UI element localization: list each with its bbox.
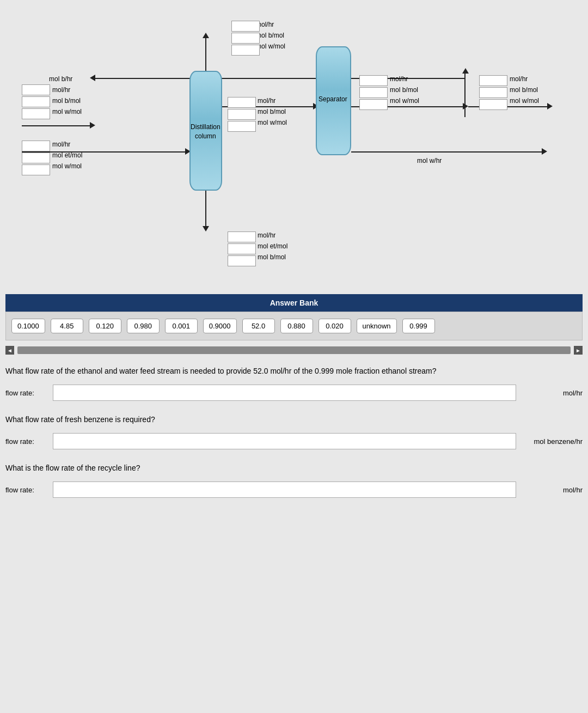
answer-bank-items: 0.10004.850.1200.9800.0010.900052.00.880… — [5, 312, 583, 340]
label-sep-right-mol-wmol: mol w/mol — [390, 97, 419, 105]
answer-bank-title: Answer Bank — [270, 298, 318, 307]
label-bot-mol-etmol: mol et/mol — [258, 242, 287, 250]
answer-chip-item-9[interactable]: unknown — [357, 319, 397, 333]
v-line-right-up — [464, 74, 465, 117]
question-text-q3: What is the flow rate of the recycle lin… — [5, 462, 583, 474]
label-mid-mol-wmol: mol w/mol — [258, 119, 287, 126]
answer-chip-item-2[interactable]: 0.120 — [89, 319, 121, 333]
label-bot-mol-bmol: mol b/mol — [258, 253, 286, 261]
box-mid-3[interactable] — [228, 121, 256, 132]
label-feed-mol-bhr: mol b/hr — [49, 75, 72, 83]
v-line-distill-top — [205, 38, 206, 71]
separator-label: Separator — [318, 95, 347, 103]
answer-label-q2: flow rate: — [5, 437, 46, 446]
arrow-right-far — [547, 103, 553, 109]
scroll-left-arrow[interactable]: ◄ — [5, 346, 14, 355]
answer-input-q1[interactable] — [53, 385, 516, 401]
label-sep-right-mol-hr: mol/hr — [390, 75, 408, 83]
answer-row-q2: flow rate:mol benzene/hr — [5, 433, 583, 449]
box-bot-3[interactable] — [228, 255, 256, 266]
scrollbar-section: ◄ ► — [5, 346, 583, 355]
arrow-left-feed — [90, 75, 95, 81]
label-feed-mol-wmol: mol w/mol — [52, 108, 82, 115]
recycle-line-top — [95, 78, 465, 79]
answer-bank-section: Answer Bank 0.10004.850.1200.9800.0010.9… — [5, 294, 583, 340]
arrow-right-bottom — [542, 148, 547, 155]
label-lower-mol-wmol: mol w/mol — [52, 162, 82, 170]
box-lower-feed-3[interactable] — [22, 164, 50, 175]
scrollbar-track[interactable] — [17, 346, 571, 354]
question-text-q1: What flow rate of the ethanol and water … — [5, 365, 583, 377]
diagram-area: Distillationcolumn Separator — [5, 5, 583, 289]
label-mol-whr: mol w/hr — [417, 157, 442, 164]
questions-section: What flow rate of the ethanol and water … — [5, 360, 583, 516]
h-line-left-feed — [22, 125, 93, 126]
answer-chip-item-4[interactable]: 0.001 — [165, 319, 198, 333]
label-sep-right-mol-bmol: mol b/mol — [390, 86, 418, 94]
box-far-right-3[interactable] — [479, 99, 507, 110]
page-wrapper: Distillationcolumn Separator — [0, 0, 588, 713]
arrow-right-output — [463, 103, 468, 109]
question-block-q3: What is the flow rate of the recycle lin… — [5, 462, 583, 498]
question-block-q2: What flow rate of fresh benzene is requi… — [5, 414, 583, 449]
label-feed-mol-hr: mol/hr — [52, 86, 70, 94]
label-mid-mol-bmol: mol b/mol — [258, 108, 286, 115]
question-block-q1: What flow rate of the ethanol and water … — [5, 365, 583, 401]
box-top-1[interactable] — [231, 21, 260, 32]
box-sep-right-1[interactable] — [359, 75, 388, 86]
label-far-right-mol-bmol: mol b/mol — [510, 86, 538, 94]
diagram-inner: Distillationcolumn Separator — [5, 5, 583, 283]
box-feed-1[interactable] — [22, 84, 50, 95]
answer-row-q1: flow rate:mol/hr — [5, 385, 583, 401]
box-lower-feed-1[interactable] — [22, 141, 50, 151]
question-text-q2: What flow rate of fresh benzene is requi… — [5, 414, 583, 425]
answer-unit-q3: mol/hr — [523, 486, 583, 494]
arrow-down-distill — [203, 226, 209, 231]
box-lower-feed-2[interactable] — [22, 153, 50, 163]
answer-label-q1: flow rate: — [5, 389, 46, 397]
label-lower-mol-hr: mol/hr — [52, 141, 70, 148]
label-far-right-mol-wmol: mol w/mol — [510, 97, 539, 105]
box-bot-2[interactable] — [228, 243, 256, 254]
arrow-up-recycle — [462, 68, 469, 74]
box-sep-right-3[interactable] — [359, 99, 388, 110]
answer-bank-header: Answer Bank — [5, 294, 583, 312]
answer-chip-item-8[interactable]: 0.020 — [318, 319, 351, 333]
answer-chip-item-0[interactable]: 0.1000 — [11, 319, 45, 333]
box-far-right-2[interactable] — [479, 87, 507, 98]
v-line-distill-bottom — [205, 191, 206, 229]
label-feed-mol-bmol: mol b/mol — [52, 97, 81, 105]
h-line-sep-bottom-right — [351, 151, 544, 153]
label-far-right-mol-hr: mol/hr — [510, 75, 528, 83]
box-feed-2[interactable] — [22, 96, 50, 107]
box-bot-1[interactable] — [228, 231, 256, 242]
box-top-3[interactable] — [231, 45, 260, 56]
answer-input-q2[interactable] — [53, 433, 516, 449]
label-top-mol-bmol: mol b/mol — [256, 32, 284, 39]
label-bot-mol-hr: mol/hr — [258, 231, 275, 239]
box-mid-2[interactable] — [228, 109, 256, 120]
arrow-up-distill — [203, 33, 209, 38]
box-far-right-1[interactable] — [479, 75, 507, 86]
label-lower-mol-etmol: mol et/mol — [52, 151, 82, 159]
answer-chip-item-1[interactable]: 4.85 — [51, 319, 83, 333]
box-sep-right-2[interactable] — [359, 87, 388, 98]
box-feed-3[interactable] — [22, 108, 50, 119]
box-top-2[interactable] — [231, 33, 260, 44]
box-mid-1[interactable] — [228, 97, 256, 108]
distillation-label: Distillationcolumn — [191, 123, 220, 141]
label-top-mol-wmol: mol w/mol — [256, 42, 285, 50]
answer-row-q3: flow rate:mol/hr — [5, 482, 583, 498]
answer-unit-q2: mol benzene/hr — [523, 437, 583, 446]
answer-label-q3: flow rate: — [5, 486, 46, 494]
answer-input-q3[interactable] — [53, 482, 516, 498]
label-mid-mol-hr: mol/hr — [258, 97, 275, 105]
answer-chip-item-10[interactable]: 0.999 — [402, 319, 435, 333]
arrow-right-to-distill — [90, 122, 95, 129]
answer-chip-item-7[interactable]: 0.880 — [280, 319, 313, 333]
answer-unit-q1: mol/hr — [523, 389, 583, 397]
answer-chip-item-3[interactable]: 0.980 — [127, 319, 160, 333]
scroll-right-arrow[interactable]: ► — [574, 346, 583, 355]
answer-chip-item-5[interactable]: 0.9000 — [203, 319, 237, 333]
answer-chip-item-6[interactable]: 52.0 — [242, 319, 275, 333]
